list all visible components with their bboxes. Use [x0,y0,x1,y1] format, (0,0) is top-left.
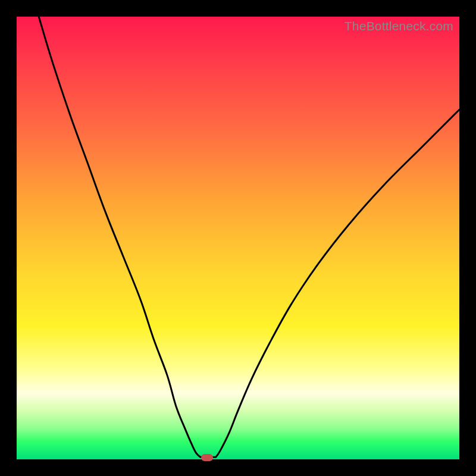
optimum-marker [201,454,213,461]
chart-frame: TheBottleneck.com [0,0,476,476]
plot-area: TheBottleneck.com [17,17,459,459]
curve-layer [17,17,459,459]
bottleneck-curve [39,17,459,457]
